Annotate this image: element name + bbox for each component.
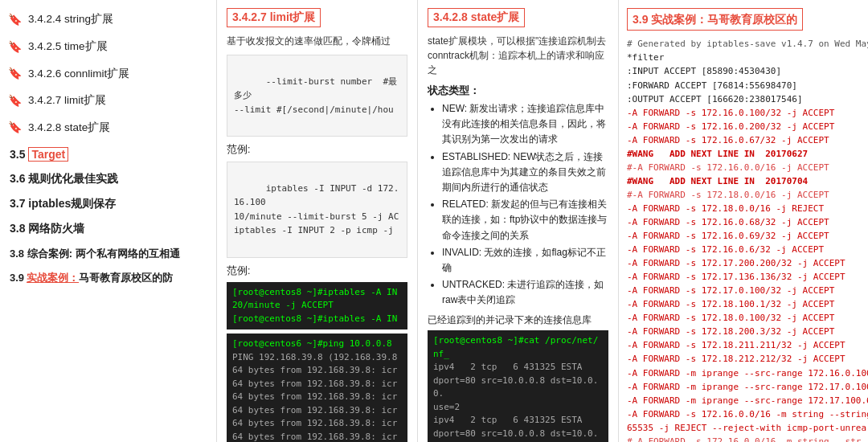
panel1-terminal2: [root@centos6 ~]#ping 10.0.0.8PING 192.1… (227, 334, 407, 442)
sidebar-section-35[interactable]: 3.5 Target (0, 141, 216, 166)
code-line: -A FORWARD -s 172.16.0.0/16 -m string --… (627, 407, 860, 421)
example-code-text: iptables -I INPUT -d 172.16.100 10/minut… (234, 183, 399, 236)
sidebar-item-label: 3.4.2.5 time扩展 (28, 39, 108, 55)
panel2-intro: state扩展模块，可以根据"连接追踪机制去 conntrack机制：追踪本机上… (428, 34, 608, 77)
code-line: -A FORWARD -s 172.16.0.68/32 -j ACCEPT (627, 215, 860, 229)
param-text: --limit-burst number #最多少 --limit #[/sec… (234, 76, 397, 115)
code-lines-container: *filter:INPUT ACCEPT [85890:4530430]:FOR… (627, 51, 860, 442)
sidebar-item-label: 3.4.2.8 state扩展 (28, 121, 110, 136)
code-line: -A FORWARD -s 172.16.0.67/32 -j ACCEPT (627, 133, 860, 147)
sidebar-section-label: 3.8 综合案例: 两个私有网络的互相通 (10, 248, 180, 260)
state-item: ESTABLISHED: NEW状态之后，连接追踪信息库中为其建立的条目失效之前… (442, 149, 608, 196)
panel1-example-label: 范例: (227, 143, 407, 157)
code-line: *filter (627, 51, 860, 64)
bookmark-icon: 🔖 (8, 66, 22, 82)
sidebar-35-target: Target (28, 147, 68, 162)
code-line: #-A FORWARD -s 172.16.0.0/16 -j ACCEPT (627, 161, 860, 174)
code-line: :FORWARD ACCEPT [76814:55698470] (627, 79, 860, 92)
sidebar-item-3425[interactable]: 🔖 3.4.2.5 time扩展 (0, 34, 216, 61)
panel1-example2-label: 范例: (227, 264, 407, 278)
panel2-section-label: 状态类型： (428, 84, 608, 98)
panel3-header-comment: # Generated by iptables-save v1.4.7 on W… (627, 37, 860, 51)
code-line: -A FORWARD -s 172.17.0.100/32 -j ACCEPT (627, 284, 860, 297)
code-line: -A FORWARD -s 172.16.0.100/32 -j ACCEPT (627, 106, 860, 120)
sidebar: 🔖 3.4.2.4 string扩展 🔖 3.4.2.5 time扩展 🔖 3.… (0, 0, 217, 442)
sidebar-section-label: 3.6 规则优化最佳实践 (10, 172, 118, 185)
sidebar-item-label: 3.4.2.6 connlimit扩展 (28, 67, 129, 82)
code-line: #WANG ADD NEXT LINE IN 20170627 (627, 147, 860, 161)
sidebar-section-label: 3.7 iptables规则保存 (10, 197, 116, 210)
state-item: UNTRACKED: 未进行追踪的连接，如raw表中关闭追踪 (442, 277, 608, 308)
sidebar-section-36[interactable]: 3.6 规则优化最佳实践 (0, 166, 216, 190)
sidebar-39-prefix: 3.9 (10, 272, 24, 284)
sidebar-39-underline: 实战案例： (27, 271, 79, 285)
code-line: -A FORWARD -s 172.18.100.1/32 -j ACCEPT (627, 297, 860, 311)
code-line: -A FORWARD -s 172.18.200.3/32 -j ACCEPT (627, 325, 860, 338)
sidebar-item-3428[interactable]: 🔖 3.4.2.8 state扩展 (0, 114, 216, 141)
sidebar-item-3427[interactable]: 🔖 3.4.2.7 limit扩展 (0, 88, 216, 115)
panel-limit: 3.4.2.7 limit扩展 基于收发报文的速率做匹配，令牌桶过 --limi… (217, 0, 418, 442)
sidebar-item-label: 3.4.2.7 limit扩展 (28, 93, 106, 108)
code-line: :INPUT ACCEPT [85890:4530430] (627, 64, 860, 78)
panel2-title: 3.4.2.8 state扩展 (428, 8, 525, 27)
panel2-states-list: NEW: 新发出请求；连接追踪信息库中没有此连接的相关信息条目，因此，将其识别为… (428, 101, 608, 308)
code-line: -A FORWARD -s 172.16.0.69/32 -j ACCEPT (627, 229, 860, 243)
code-line: -A FORWARD -s 172.18.0.0/16 -j REJECT (627, 202, 860, 215)
panel2-terminal: [root@centos8 ~]#cat /proc/net/nf_ipv4 2… (428, 330, 608, 442)
state-item: RELATED: 新发起的但与已有连接相关联的连接，如：ftp协议中的数据连接与… (442, 197, 608, 244)
state-item: INVALID: 无效的连接，如flag标记不正确 (442, 245, 608, 276)
sidebar-35-prefix: 3.5 (10, 148, 25, 161)
sidebar-item-3426[interactable]: 🔖 3.4.2.6 connlimit扩展 (0, 60, 216, 88)
panel3-title: 3.9 实战案例：马哥教育原校区的 (627, 8, 803, 31)
code-line: #-A FORWARD -s 172.16.0.0/16 -m string -… (627, 435, 860, 442)
sidebar-item-label: 3.4.2.4 string扩展 (28, 12, 113, 27)
bookmark-icon: 🔖 (8, 39, 22, 55)
panel1-title: 3.4.2.7 limit扩展 (227, 8, 321, 27)
sidebar-39-rest: 马哥教育原校区的防 (79, 271, 173, 285)
panel1-intro: 基于收发报文的速率做匹配，令牌桶过 (227, 34, 407, 48)
panel-state: 3.4.2.8 state扩展 state扩展模块，可以根据"连接追踪机制去 c… (418, 0, 619, 442)
code-line: -A FORWARD -s 172.18.211.211/32 -j ACCEP… (627, 338, 860, 352)
main-content: 3.4.2.7 limit扩展 基于收发报文的速率做匹配，令牌桶过 --limi… (217, 0, 868, 442)
code-line: -A FORWARD -s 172.16.0.200/32 -j ACCEPT (627, 120, 860, 133)
sidebar-section-label: 3.8 网络防火墙 (10, 222, 84, 235)
panel-right: 3.9 实战案例：马哥教育原校区的 # Generated by iptable… (619, 0, 868, 442)
sidebar-section-38[interactable]: 3.8 网络防火墙 (0, 215, 216, 240)
bookmark-icon: 🔖 (8, 12, 22, 28)
panel1-params: --limit-burst number #最多少 --limit #[/sec… (227, 55, 407, 137)
bookmark-icon: 🔖 (8, 120, 22, 136)
code-line: :OUTPUT ACCEPT [166620:238017546] (627, 92, 860, 106)
sidebar-section-37[interactable]: 3.7 iptables规则保存 (0, 190, 216, 215)
state-item: NEW: 新发出请求；连接追踪信息库中没有此连接的相关信息条目，因此，将其识别为… (442, 101, 608, 148)
panel1-example-code: iptables -I INPUT -d 172.16.100 10/minut… (227, 162, 407, 258)
code-line: -A FORWARD -m iprange --src-range 172.17… (627, 394, 860, 407)
code-line: -A FORWARD -s 172.18.0.100/32 -j ACCEPT (627, 311, 860, 325)
code-line: 65535 -j REJECT --reject-with icmp-port-… (627, 421, 860, 435)
sidebar-section-39[interactable]: 3.9 实战案例： 马哥教育原校区的防 (0, 265, 216, 289)
code-line: -A FORWARD -s 172.16.0.6/32 -j ACCEPT (627, 243, 860, 256)
code-line: -A FORWARD -m iprange --src-range 172.17… (627, 380, 860, 394)
panel2-example-label: 已经追踪到的并记录下来的连接信息库 (428, 314, 608, 326)
code-line: #-A FORWARD -s 172.18.0.0/16 -j ACCEPT (627, 188, 860, 202)
panel1-terminal1: [root@centos8 ~]#iptables -A IN20/minute… (227, 282, 407, 330)
code-line: -A FORWARD -s 172.18.212.212/32 -j ACCEP… (627, 352, 860, 366)
code-line: -A FORWARD -s 172.17.200.200/32 -j ACCEP… (627, 256, 860, 270)
code-line: -A FORWARD -s 172.17.136.136/32 -j ACCEP… (627, 270, 860, 284)
code-line: -A FORWARD -m iprange --src-range 172.16… (627, 366, 860, 380)
bookmark-icon: 🔖 (8, 93, 22, 109)
code-line: #WANG ADD NEXT LINE IN 20170704 (627, 174, 860, 188)
sidebar-item-3424[interactable]: 🔖 3.4.2.4 string扩展 (0, 6, 216, 34)
sidebar-section-38b[interactable]: 3.8 综合案例: 两个私有网络的互相通 (0, 240, 216, 265)
